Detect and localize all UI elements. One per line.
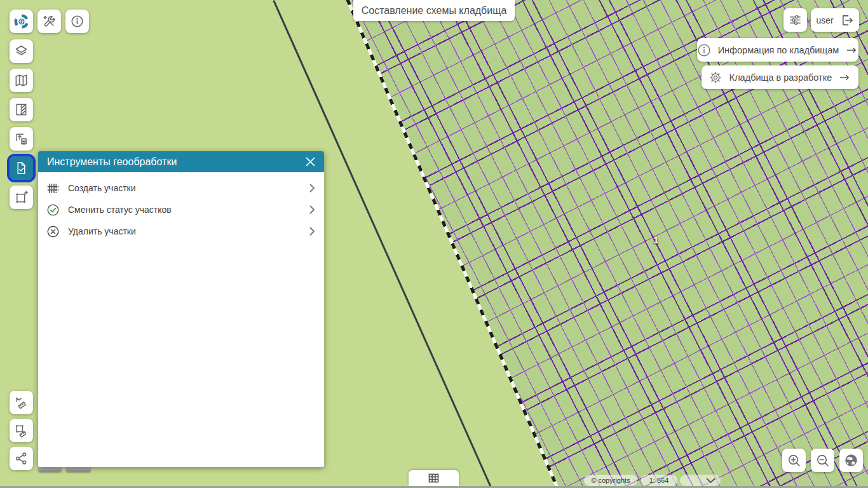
plot-number-label: 1 (653, 234, 658, 245)
page-title: Составление схемы кладбища (353, 0, 515, 21)
about-button[interactable] (65, 10, 89, 33)
doc-check-icon (14, 161, 29, 175)
share-button[interactable] (10, 447, 33, 470)
app-logo-icon (13, 13, 30, 30)
toolbar-left-bottom (10, 391, 33, 470)
cemeteries-info-label: Информация по кладбищам (718, 45, 839, 55)
info-circle-icon (696, 43, 712, 58)
add-frame-button[interactable] (10, 186, 33, 209)
chevron-right-icon (309, 184, 315, 193)
tools-button[interactable] (37, 10, 61, 33)
swipe-compare-icon (14, 102, 29, 117)
export-scheme-icon (14, 132, 29, 146)
globe-icon (843, 452, 859, 468)
measure-distance-icon (14, 395, 29, 410)
geoprocessing-button[interactable] (10, 156, 33, 180)
gear-icon (708, 70, 723, 85)
user-menu-button[interactable]: user (811, 8, 859, 32)
geoprocessing-panel-items: Создать участки Сменить статус участков (38, 172, 324, 242)
app-logo-button[interactable] (10, 10, 33, 33)
cemeteries-in-development-label: Кладбища в разработке (729, 72, 832, 83)
full-extent-button[interactable] (839, 449, 863, 472)
attribute-table-button[interactable] (409, 470, 459, 486)
plots-grid-icon (46, 181, 60, 196)
map-settings-button[interactable] (783, 8, 807, 32)
table-icon (427, 471, 440, 485)
geoprocessing-panel-header: Инструменты геообработки (38, 151, 324, 172)
measure-distance-button[interactable] (10, 391, 33, 414)
app-root: 1 (0, 0, 868, 488)
zoom-out-icon (815, 453, 831, 468)
measure-area-icon (14, 423, 29, 438)
export-scheme-button[interactable] (10, 127, 33, 151)
chevron-right-icon (309, 205, 315, 214)
logout-icon (839, 13, 854, 28)
toolbar-left (10, 39, 33, 209)
share-icon (14, 451, 29, 466)
menu-item-delete-plots[interactable]: Удалить участки (38, 220, 324, 242)
add-frame-icon (14, 190, 29, 205)
geoprocessing-panel-title: Инструменты геообработки (47, 156, 304, 168)
arrow-right-icon (838, 71, 851, 84)
menu-item-label: Сменить статус участков (68, 205, 302, 215)
menu-item-create-plots[interactable]: Создать участки (38, 177, 324, 199)
swipe-compare-button[interactable] (10, 98, 33, 121)
check-circle-icon (46, 203, 60, 217)
hidden-tab[interactable] (66, 467, 91, 472)
scale-dropdown[interactable] (680, 475, 721, 486)
menu-item-label: Создать участки (68, 183, 302, 193)
map-scale-label: 1: 564 (641, 475, 677, 486)
arrow-right-icon (845, 44, 858, 57)
measure-area-button[interactable] (10, 419, 33, 442)
zoom-in-icon (787, 453, 802, 468)
geoprocessing-panel: Инструменты геообработки Создать участки (38, 151, 324, 467)
x-circle-icon (46, 224, 60, 239)
tools-icon (42, 14, 57, 29)
copyright-label: © copyrights (584, 475, 637, 486)
hidden-tab[interactable] (38, 467, 62, 472)
zoom-in-button[interactable] (782, 449, 806, 472)
chevron-down-icon (706, 478, 715, 484)
cemeteries-info-button[interactable]: Информация по кладбищам (697, 38, 858, 62)
close-icon[interactable] (304, 156, 316, 168)
zoom-out-button[interactable] (811, 449, 834, 472)
chevron-right-icon (309, 227, 315, 236)
basemap-button[interactable] (10, 69, 33, 92)
sliders-icon (788, 13, 803, 27)
user-name-label: user (816, 15, 833, 25)
map-zoom-controls (782, 449, 863, 472)
menu-item-label: Удалить участки (68, 226, 302, 236)
toolbar-top-row (10, 10, 89, 33)
layers-button[interactable] (10, 39, 33, 63)
cemeteries-in-development-button[interactable]: Кладбища в разработке (702, 65, 858, 89)
info-icon (70, 14, 85, 29)
layers-icon (14, 44, 29, 58)
menu-item-change-plot-status[interactable]: Сменить статус участков (38, 199, 324, 220)
map-icon (14, 73, 29, 88)
